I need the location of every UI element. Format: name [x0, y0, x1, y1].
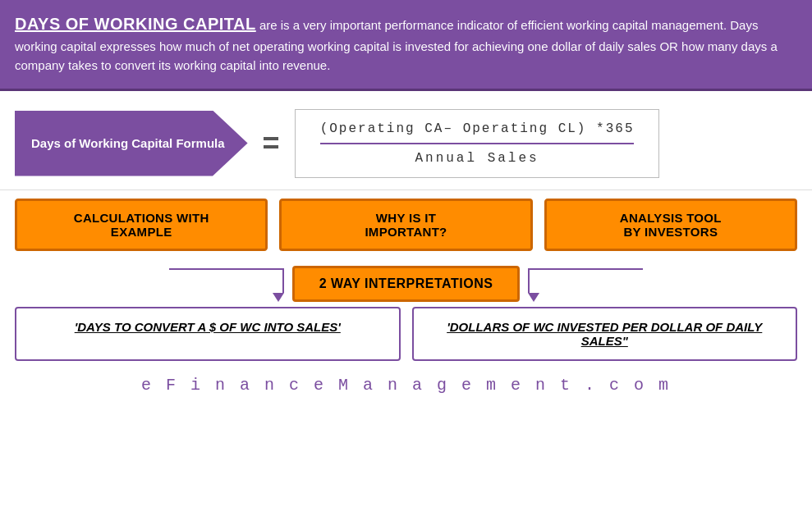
formula-label: Days of Working Capital Formula: [31, 136, 225, 150]
footer-section: e F i n a n c e M a n a g e m e n t . c …: [0, 369, 812, 400]
right-arrow-tip: [528, 293, 539, 302]
header-title-bold: DAYS OF WORKING CAPITAL: [15, 15, 256, 33]
right-connector: [528, 268, 709, 302]
formula-label-box: Days of Working Capital Formula: [15, 111, 248, 176]
interp-cards-row: 'DAYS TO CONVERT A $ OF WC INTO SALES' '…: [15, 307, 797, 361]
header-section: DAYS OF WORKING CAPITAL are is a very im…: [0, 0, 812, 91]
left-connector-h: [169, 268, 284, 270]
analysis-tool-button[interactable]: ANALYSIS TOOL BY INVESTORS: [544, 199, 797, 251]
left-connector: [103, 268, 284, 302]
equals-sign: =: [263, 126, 280, 161]
interp-top-row: 2 WAY INTERPRETATIONS: [15, 266, 797, 302]
calculations-button[interactable]: CALCULATIONS WITH EXAMPLE: [15, 199, 268, 251]
footer-text: e F i n a n c e M a n a g e m e n t . c …: [141, 376, 671, 395]
formula-section: Days of Working Capital Formula = (Opera…: [0, 91, 812, 190]
right-connector-h: [528, 268, 643, 270]
right-connector-v: [528, 270, 530, 293]
interpretations-section: 2 WAY INTERPRETATIONS 'DAYS TO CONVERT A…: [0, 259, 812, 369]
interp-card-2: 'DOLLARS OF WC INVESTED PER DOLLAR OF DA…: [412, 307, 798, 361]
buttons-row: CALCULATIONS WITH EXAMPLE WHY IS IT IMPO…: [0, 190, 812, 259]
fraction-numerator: (Operating CA– Operating CL) *365: [320, 121, 635, 144]
interp-center-label: 2 WAY INTERPRETATIONS: [292, 266, 521, 302]
left-arrow-tip: [273, 293, 284, 302]
formula-fraction: (Operating CA– Operating CL) *365 Annual…: [295, 109, 660, 178]
left-connector-v: [282, 270, 284, 293]
fraction-denominator: Annual Sales: [415, 144, 539, 166]
why-important-button[interactable]: WHY IS IT IMPORTANT?: [279, 199, 532, 251]
page-wrapper: DAYS OF WORKING CAPITAL are is a very im…: [0, 0, 812, 516]
interp-card-1: 'DAYS TO CONVERT A $ OF WC INTO SALES': [15, 307, 401, 361]
